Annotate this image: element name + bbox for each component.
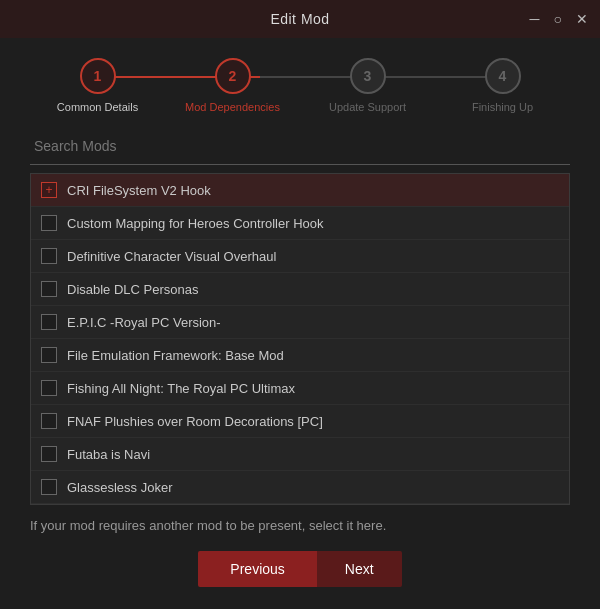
- next-button[interactable]: Next: [317, 551, 402, 587]
- mod-checkbox[interactable]: [41, 446, 57, 462]
- mod-name: Disable DLC Personas: [67, 282, 199, 297]
- mod-list[interactable]: +CRI FileSystem V2 HookCustom Mapping fo…: [30, 173, 570, 505]
- content-area: 1 Common Details 2 Mod Dependencies 3 Up…: [0, 38, 600, 609]
- mod-checkbox[interactable]: [41, 479, 57, 495]
- step-1-circle: 1: [80, 58, 116, 94]
- mod-checkbox[interactable]: [41, 314, 57, 330]
- mod-checkbox[interactable]: [41, 380, 57, 396]
- button-row: Previous Next: [30, 551, 570, 587]
- list-item[interactable]: Glassesless Joker: [31, 471, 569, 504]
- window: Edit Mod ─ ○ ✕ 1 Common Details 2 Mod De…: [0, 0, 600, 609]
- mod-name: Definitive Character Visual Overhaul: [67, 249, 276, 264]
- step-4-circle: 4: [485, 58, 521, 94]
- list-item[interactable]: +CRI FileSystem V2 Hook: [31, 174, 569, 207]
- mod-name: Glassesless Joker: [67, 480, 172, 495]
- window-controls: ─ ○ ✕: [530, 12, 588, 26]
- mod-checkbox[interactable]: [41, 215, 57, 231]
- close-button[interactable]: ✕: [576, 12, 588, 26]
- list-item[interactable]: File Emulation Framework: Base Mod: [31, 339, 569, 372]
- mod-name: Fishing All Night: The Royal PC Ultimax: [67, 381, 295, 396]
- mod-name: Custom Mapping for Heroes Controller Hoo…: [67, 216, 324, 231]
- mod-name: E.P.I.C -Royal PC Version-: [67, 315, 221, 330]
- step-4: 4 Finishing Up: [435, 58, 570, 114]
- step-2: 2 Mod Dependencies: [165, 58, 300, 114]
- mod-checkbox[interactable]: [41, 347, 57, 363]
- list-item[interactable]: Fishing All Night: The Royal PC Ultimax: [31, 372, 569, 405]
- list-item[interactable]: Disable DLC Personas: [31, 273, 569, 306]
- mod-name: CRI FileSystem V2 Hook: [67, 183, 211, 198]
- step-2-label: Mod Dependencies: [185, 100, 280, 114]
- window-title: Edit Mod: [270, 11, 329, 27]
- mod-checkbox[interactable]: [41, 248, 57, 264]
- step-1: 1 Common Details: [30, 58, 165, 114]
- list-item[interactable]: Custom Mapping for Heroes Controller Hoo…: [31, 207, 569, 240]
- mod-checkbox[interactable]: +: [41, 182, 57, 198]
- list-item[interactable]: Definitive Character Visual Overhaul: [31, 240, 569, 273]
- maximize-button[interactable]: ○: [554, 12, 562, 26]
- step-3: 3 Update Support: [300, 58, 435, 114]
- mod-checkbox[interactable]: [41, 413, 57, 429]
- minimize-button[interactable]: ─: [530, 12, 540, 26]
- search-container: [30, 132, 570, 165]
- list-item[interactable]: Futaba is Navi: [31, 438, 569, 471]
- list-item[interactable]: FNAF Plushies over Room Decorations [PC]: [31, 405, 569, 438]
- mod-name: File Emulation Framework: Base Mod: [67, 348, 284, 363]
- step-4-label: Finishing Up: [472, 100, 533, 114]
- step-3-circle: 3: [350, 58, 386, 94]
- step-2-circle: 2: [215, 58, 251, 94]
- search-input[interactable]: [30, 132, 570, 160]
- mod-name: Futaba is Navi: [67, 447, 150, 462]
- stepper: 1 Common Details 2 Mod Dependencies 3 Up…: [30, 58, 570, 114]
- title-bar: Edit Mod ─ ○ ✕: [0, 0, 600, 38]
- mod-checkbox[interactable]: [41, 281, 57, 297]
- step-1-label: Common Details: [57, 100, 138, 114]
- step-3-label: Update Support: [329, 100, 406, 114]
- mod-name: FNAF Plushies over Room Decorations [PC]: [67, 414, 323, 429]
- list-item[interactable]: E.P.I.C -Royal PC Version-: [31, 306, 569, 339]
- previous-button[interactable]: Previous: [198, 551, 316, 587]
- hint-text: If your mod requires another mod to be p…: [30, 517, 570, 535]
